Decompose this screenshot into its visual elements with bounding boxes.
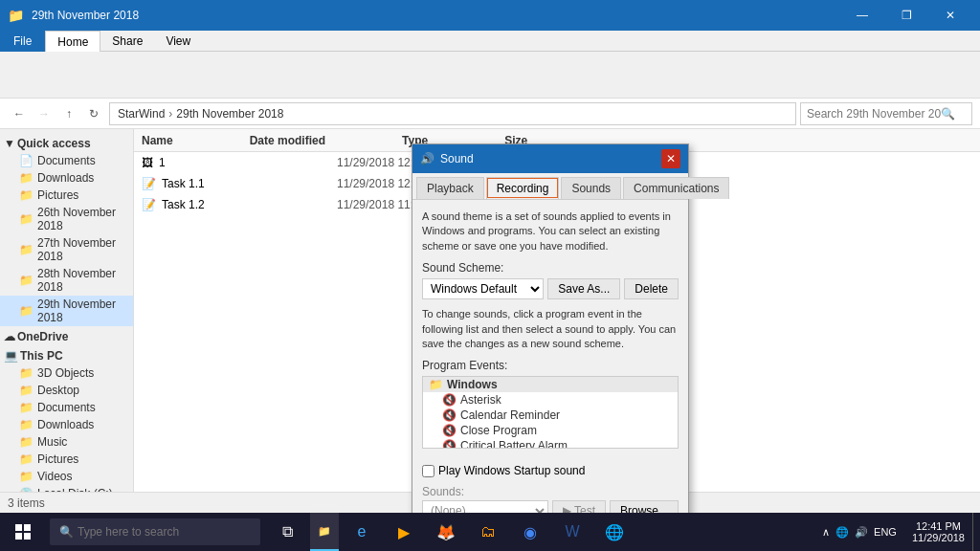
sound-scheme-row: Windows Default Save As... Delete: [422, 278, 679, 299]
taskbar-clock[interactable]: 12:41 PM 11/29/2018: [904, 520, 972, 543]
dialog-title-text: 🔊 Sound: [420, 152, 661, 165]
taskbar: 🔍 ⧉ 📁 e ▶ 🦊 🗂 ◉ W 🌐 ∧ 🌐 🔊 ENG 12:41 PM 1…: [0, 513, 980, 551]
dialog-body: A sound theme is a set of sounds applied…: [412, 200, 688, 531]
sound-off-icon: 🔇: [442, 393, 457, 407]
taskbar-search-input[interactable]: [78, 525, 221, 539]
taskbar-icon-area: ⧉ 📁 e ▶ 🦊 🗂 ◉ W 🌐: [268, 513, 634, 551]
tab-recording[interactable]: Recording: [486, 177, 560, 199]
date-display: 11/29/2018: [912, 532, 965, 543]
startup-sound-checkbox[interactable]: [422, 465, 434, 477]
sounds-label: Sounds:: [422, 485, 679, 498]
taskbar-explorer-app[interactable]: 📁: [310, 513, 339, 551]
event-name: Critical Battery Alarm: [460, 439, 568, 449]
extra-button[interactable]: 🌐: [595, 513, 634, 551]
time-display: 12:41 PM: [916, 520, 961, 532]
sound-off-icon: 🔇: [442, 408, 457, 422]
list-item[interactable]: 🔇 Asterisk: [423, 392, 678, 408]
tab-sounds[interactable]: Sounds: [561, 177, 621, 199]
save-as-button[interactable]: Save As...: [547, 278, 620, 299]
delete-button[interactable]: Delete: [624, 278, 679, 299]
taskbar-right: ∧ 🌐 🔊 ENG 12:41 PM 11/29/2018: [814, 513, 980, 551]
vlc-button[interactable]: ▶: [385, 513, 423, 551]
edge-button[interactable]: e: [343, 513, 381, 551]
dialog-overlay: 🔊 Sound ✕ Playback Recording Sounds Comm…: [0, 0, 980, 513]
windows-icon: [15, 524, 31, 540]
list-item[interactable]: 🔇 Close Program: [423, 423, 678, 438]
system-tray: ∧ 🌐 🔊 ENG: [814, 526, 904, 539]
dialog-tabs: Playback Recording Sounds Communications: [412, 173, 688, 200]
event-name: Close Program: [460, 424, 537, 437]
tray-arrow[interactable]: ∧: [822, 526, 830, 539]
sound-dialog: 🔊 Sound ✕ Playback Recording Sounds Comm…: [412, 143, 689, 551]
startup-sound-row: Play Windows Startup sound: [422, 464, 679, 477]
list-item[interactable]: 🔇 Calendar Reminder: [423, 408, 678, 423]
firefox-button[interactable]: 🦊: [427, 513, 465, 551]
start-button[interactable]: [0, 513, 46, 551]
events-description: To change sounds, click a program event …: [422, 307, 679, 351]
list-item[interactable]: 🔇 Critical Battery Alarm: [423, 438, 678, 449]
dialog-description: A sound theme is a set of sounds applied…: [422, 209, 679, 253]
chrome-button[interactable]: ◉: [511, 513, 549, 551]
tab-communications[interactable]: Communications: [623, 177, 729, 199]
program-events-list[interactable]: 📁 Windows 🔇 Asterisk 🔇 Calendar Reminder…: [422, 376, 679, 449]
svg-rect-1: [24, 524, 31, 531]
startup-sound-label: Play Windows Startup sound: [438, 464, 585, 477]
sound-scheme-select[interactable]: Windows Default: [422, 278, 544, 299]
task-view-button[interactable]: ⧉: [268, 513, 306, 551]
sound-dialog-icon: 🔊: [420, 152, 434, 165]
dialog-close-button[interactable]: ✕: [661, 149, 680, 168]
folder-expand-icon: 📁: [429, 378, 443, 391]
svg-rect-2: [15, 533, 22, 540]
dialog-title-label: Sound: [440, 152, 474, 165]
show-desktop-button[interactable]: [972, 513, 980, 551]
file-manager-button[interactable]: 🗂: [469, 513, 507, 551]
event-name: Calendar Reminder: [460, 408, 560, 422]
tab-playback[interactable]: Playback: [416, 177, 484, 199]
explorer-taskbar-icon: 📁: [318, 525, 331, 538]
dialog-title-bar: 🔊 Sound ✕: [412, 144, 688, 173]
network-icon[interactable]: 🌐: [835, 526, 849, 539]
volume-icon[interactable]: 🔊: [855, 526, 868, 539]
event-name: Asterisk: [460, 393, 501, 407]
sound-off-icon: 🔇: [442, 439, 457, 449]
sound-off-icon: 🔇: [442, 424, 457, 437]
svg-rect-3: [24, 533, 31, 540]
svg-rect-0: [15, 524, 22, 531]
word-button[interactable]: W: [553, 513, 591, 551]
list-item[interactable]: 📁 Windows: [423, 377, 678, 392]
taskbar-search-box: 🔍: [50, 518, 260, 545]
language-label: ENG: [874, 526, 897, 538]
search-icon: 🔍: [59, 525, 74, 539]
events-list-container: 📁 Windows 🔇 Asterisk 🔇 Calendar Reminder…: [422, 376, 679, 456]
program-events-label: Program Events:: [422, 359, 679, 372]
sound-scheme-label: Sound Scheme:: [422, 261, 679, 275]
event-name: Windows: [447, 378, 498, 391]
